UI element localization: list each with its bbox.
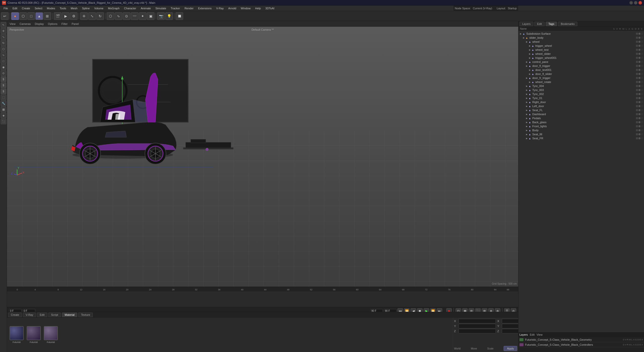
tree-arrow-5[interactable]: ▶ <box>529 53 531 55</box>
left-tool-move[interactable]: ✛ <box>1 28 6 34</box>
tree-item-6[interactable]: ▶▲trigger_wheel001 <box>519 56 643 60</box>
menu-item-file[interactable]: File <box>2 6 10 10</box>
viewport-3d[interactable]: Perspective Default Camera ** <box>7 27 518 287</box>
tree-item-20[interactable]: ▶▲Dashboard <box>519 112 643 116</box>
menu-item-character[interactable]: Character <box>122 6 138 10</box>
layer-ctrl-m-0[interactable]: M <box>629 338 631 341</box>
layers-tab-edit[interactable]: Edit <box>530 333 535 336</box>
move-tool-button[interactable]: ✛ <box>80 12 88 20</box>
tree-item-7[interactable]: ▶▲control_pane <box>519 60 643 64</box>
material-1[interactable]: Futuristi <box>9 326 24 343</box>
left-tool-11[interactable]: $ <box>1 82 6 88</box>
menu-item-mograph[interactable]: MoGraph <box>106 6 122 10</box>
layers-tab-layers[interactable]: Layers <box>519 333 528 336</box>
menu-item-volume[interactable]: Volume <box>92 6 106 10</box>
current-frame-input[interactable]: 0 F <box>9 309 22 312</box>
tree-arrow-1[interactable]: ▶ <box>522 36 525 39</box>
menu-item-animate[interactable]: Animate <box>139 6 153 10</box>
menu-item-spline[interactable]: Spline <box>80 6 92 10</box>
viewport-display-menu[interactable]: Display <box>34 22 45 25</box>
material-2[interactable]: Futuristi <box>26 326 41 343</box>
layer-ctrl-l-1[interactable]: L <box>631 343 632 346</box>
layer-ctrl-m-1[interactable]: M <box>629 343 631 346</box>
menu-item-window[interactable]: Window <box>239 6 253 10</box>
timeline-tracks[interactable] <box>7 292 518 307</box>
playback-opt-9[interactable]: ⊘ <box>511 308 516 312</box>
material-preview-2[interactable] <box>27 326 41 340</box>
layer-row-1[interactable]: Futuristic_Concept_S-Class_Vehicle_Black… <box>518 342 644 347</box>
deformer-button[interactable]: 〰 <box>131 12 138 20</box>
tree-item-19[interactable]: ▶▲Seat_FL <box>519 108 643 112</box>
jump-end-button[interactable]: ⏭ <box>437 308 442 312</box>
tree-item-13[interactable]: ▶▲Tyre_004 <box>519 84 643 88</box>
object-button[interactable]: ⬡ <box>107 12 114 20</box>
tree-item-0[interactable]: ▶▲Subdivision Surface <box>519 32 643 36</box>
menu-item-mesh[interactable]: Mesh <box>69 6 79 10</box>
nurbs-button[interactable]: ⊙ <box>123 12 130 20</box>
tree-arrow-15[interactable]: ▶ <box>526 93 528 95</box>
tree-arrow-25[interactable]: ▶ <box>526 133 528 136</box>
effector-button[interactable]: ✦ <box>139 12 146 20</box>
tree-item-25[interactable]: ▶▲Seat_fill <box>519 132 643 136</box>
next-key-button[interactable]: ⏩ <box>430 308 436 312</box>
total-frame-input-2[interactable]: 90 F <box>384 309 396 312</box>
tree-item-9[interactable]: ▶▲door_text001 <box>519 68 643 72</box>
light-button[interactable]: 💡 <box>165 12 173 20</box>
left-tool-14[interactable]: 🔧 <box>1 101 6 106</box>
menu-item-modes[interactable]: Modes <box>45 6 57 10</box>
total-frame-input-1[interactable]: 90 F <box>370 309 383 312</box>
menu-item-edit[interactable]: Edit <box>11 6 19 10</box>
material-3[interactable]: Futuristi <box>43 326 58 343</box>
menu-item-help[interactable]: Help <box>253 6 263 10</box>
menu-item-extensions[interactable]: Extensions <box>196 6 214 10</box>
tree-item-12[interactable]: ▶▲wheel_rotate <box>519 80 643 84</box>
tree-arrow-19[interactable]: ▶ <box>526 109 528 111</box>
viewport-view-menu[interactable]: View <box>9 22 17 25</box>
playback-opt-7[interactable]: ⊕ <box>495 308 500 312</box>
tree-arrow-26[interactable]: ▶ <box>526 137 528 140</box>
tree-arrow-8[interactable]: ▶ <box>526 65 528 67</box>
layers-tab-view[interactable]: View <box>537 333 543 336</box>
layer-ctrl-e-0[interactable]: E <box>639 338 641 341</box>
viewport-filter-menu[interactable]: Filter <box>60 22 68 25</box>
tree-arrow-23[interactable]: ▶ <box>526 125 528 127</box>
layer-ctrl-v-1[interactable]: V <box>625 343 626 346</box>
tree-item-26[interactable]: ▶▲Seat_FR <box>519 136 643 140</box>
render-settings-button[interactable]: ⚙ <box>70 12 77 20</box>
end-frame-input[interactable]: 0 F <box>23 309 35 312</box>
z-coord-input[interactable] <box>459 329 496 333</box>
tree-item-3[interactable]: ▶▲trigger_wheel <box>519 44 643 48</box>
left-tool-5[interactable]: ⬡ <box>1 46 6 52</box>
bottom-tab-vray[interactable]: V-Ray <box>23 313 36 317</box>
y-coord-input[interactable] <box>459 324 496 328</box>
left-tool-16[interactable]: ◈ <box>1 113 6 118</box>
layer-row-0[interactable]: Futuristic_Concept_S-Class_Vehicle_Black… <box>518 337 644 342</box>
scale-tool-button[interactable]: ⤡ <box>88 12 96 20</box>
layer-ctrl-d-1[interactable]: D <box>637 343 639 346</box>
tree-item-14[interactable]: ▶▲Tyre_003 <box>519 88 643 92</box>
menu-item-3dtoai[interactable]: 3DToAI <box>263 6 276 10</box>
tree-item-11[interactable]: ▶▲door_fr_trigger <box>519 76 643 80</box>
left-tool-13[interactable]: ⬚ <box>1 95 6 100</box>
left-tool-select[interactable]: ↖ <box>1 22 6 28</box>
layer-ctrl-s-1[interactable]: S <box>623 343 624 346</box>
node-space-value[interactable]: Current (V-Ray) <box>473 7 492 10</box>
snap-button[interactable]: 🔲 <box>176 12 183 20</box>
menu-item-simulate[interactable]: Simulate <box>153 6 168 10</box>
menu-item-render[interactable]: Render <box>182 6 195 10</box>
tree-arrow-14[interactable]: ▶ <box>526 89 528 91</box>
tree-arrow-9[interactable]: ▶ <box>529 69 531 71</box>
layer-ctrl-e-1[interactable]: E <box>639 343 641 346</box>
tree-item-4[interactable]: ▶▲wheel_test <box>519 48 643 52</box>
tree-item-15[interactable]: ▶▲Tyre_002 <box>519 92 643 96</box>
layer-ctrl-s-0[interactable]: S <box>623 338 624 341</box>
tree-item-24[interactable]: ▶▲Body <box>519 128 643 132</box>
model-mode-button[interactable]: ⊞ <box>44 12 51 20</box>
tree-arrow-17[interactable]: ▶ <box>526 101 528 103</box>
play-reverse-button[interactable]: ◀ <box>411 308 416 312</box>
playback-opt-6[interactable]: ⊗ <box>488 308 494 312</box>
tree-arrow-7[interactable]: ▶ <box>526 61 528 63</box>
tree-arrow-18[interactable]: ▶ <box>526 105 528 107</box>
layer-ctrl-r-1[interactable]: R <box>627 343 628 346</box>
layer-ctrl-r-0[interactable]: R <box>627 338 628 341</box>
